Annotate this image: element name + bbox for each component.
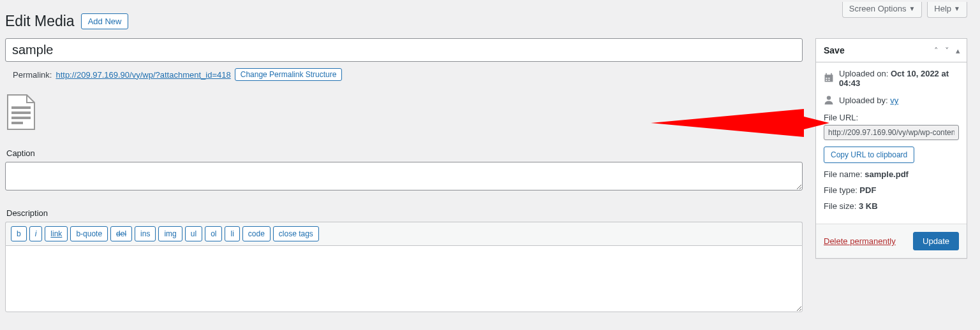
caption-textarea[interactable] bbox=[5, 162, 803, 190]
file-url-label: File URL: bbox=[824, 113, 959, 122]
uploaded-by-label: Uploaded by: bbox=[839, 96, 890, 105]
svg-rect-0 bbox=[11, 106, 31, 109]
file-name-value: sample.pdf bbox=[865, 169, 909, 179]
delete-permanently-link[interactable]: Delete permanently bbox=[824, 236, 896, 246]
file-size-label: File size: bbox=[824, 201, 859, 211]
qt-ins-button[interactable]: ins bbox=[135, 226, 156, 241]
svg-rect-3 bbox=[11, 122, 23, 124]
file-name-label: File name: bbox=[824, 169, 865, 179]
page-title: Edit Media bbox=[5, 13, 75, 30]
attachment-file-icon bbox=[6, 94, 803, 133]
qt-code-button[interactable]: code bbox=[242, 226, 271, 241]
uploaded-on-label: Uploaded on: bbox=[839, 69, 891, 78]
move-up-icon[interactable]: ˄ bbox=[932, 45, 941, 57]
qt-bquote-button[interactable]: b-quote bbox=[70, 226, 108, 241]
svg-rect-7 bbox=[828, 78, 829, 79]
change-permalink-button[interactable]: Change Permalink Structure bbox=[235, 68, 343, 81]
description-label: Description bbox=[6, 208, 803, 218]
file-url-input[interactable] bbox=[824, 125, 959, 140]
panel-toggle-icon[interactable]: ▴ bbox=[953, 45, 963, 57]
copy-url-button[interactable]: Copy URL to clipboard bbox=[824, 147, 914, 163]
qt-ol-button[interactable]: ol bbox=[205, 226, 222, 241]
qt-i-button[interactable]: i bbox=[29, 226, 43, 241]
help-label: Help bbox=[934, 4, 951, 13]
svg-point-10 bbox=[827, 96, 831, 99]
quicktags-toolbar: b i link b-quote del ins img ul ol li co… bbox=[5, 222, 803, 245]
add-new-button[interactable]: Add New bbox=[81, 13, 129, 29]
chevron-down-icon: ▼ bbox=[909, 6, 915, 12]
file-size-value: 3 KB bbox=[859, 201, 878, 211]
help-button[interactable]: Help ▼ bbox=[927, 2, 967, 18]
save-box-title: Save bbox=[816, 39, 852, 62]
chevron-down-icon: ▼ bbox=[954, 6, 960, 12]
permalink-label: Permalink: bbox=[13, 70, 52, 80]
qt-img-button[interactable]: img bbox=[158, 226, 182, 241]
svg-rect-5 bbox=[831, 73, 832, 75]
move-down-icon[interactable]: ˅ bbox=[942, 45, 952, 57]
qt-del-button[interactable]: del bbox=[110, 226, 132, 241]
qt-ul-button[interactable]: ul bbox=[185, 226, 202, 241]
svg-rect-9 bbox=[828, 80, 829, 81]
permalink-url-link[interactable]: http://209.97.169.90/vy/wp/?attachment_i… bbox=[56, 70, 230, 80]
qt-close-button[interactable]: close tags bbox=[273, 226, 319, 241]
qt-li-button[interactable]: li bbox=[225, 226, 239, 241]
uploaded-by-link[interactable]: vy bbox=[890, 96, 898, 105]
save-postbox: Save ˄ ˅ ▴ Uploaded on: Oct 10 bbox=[815, 38, 967, 259]
calendar-icon bbox=[824, 73, 834, 85]
svg-rect-2 bbox=[11, 117, 31, 119]
svg-rect-1 bbox=[11, 111, 31, 114]
update-button[interactable]: Update bbox=[913, 232, 959, 250]
svg-rect-8 bbox=[826, 80, 827, 81]
qt-link-button[interactable]: link bbox=[45, 226, 68, 241]
file-type-label: File type: bbox=[824, 185, 859, 195]
file-type-value: PDF bbox=[859, 185, 876, 195]
svg-rect-4 bbox=[826, 73, 827, 75]
post-title-input[interactable] bbox=[5, 38, 803, 62]
caption-label: Caption bbox=[6, 148, 803, 158]
screen-options-button[interactable]: Screen Options ▼ bbox=[842, 2, 923, 18]
description-textarea[interactable] bbox=[5, 245, 803, 312]
qt-b-button[interactable]: b bbox=[11, 226, 27, 241]
screen-options-label: Screen Options bbox=[849, 4, 907, 13]
svg-rect-6 bbox=[826, 78, 827, 79]
user-icon bbox=[824, 94, 834, 106]
